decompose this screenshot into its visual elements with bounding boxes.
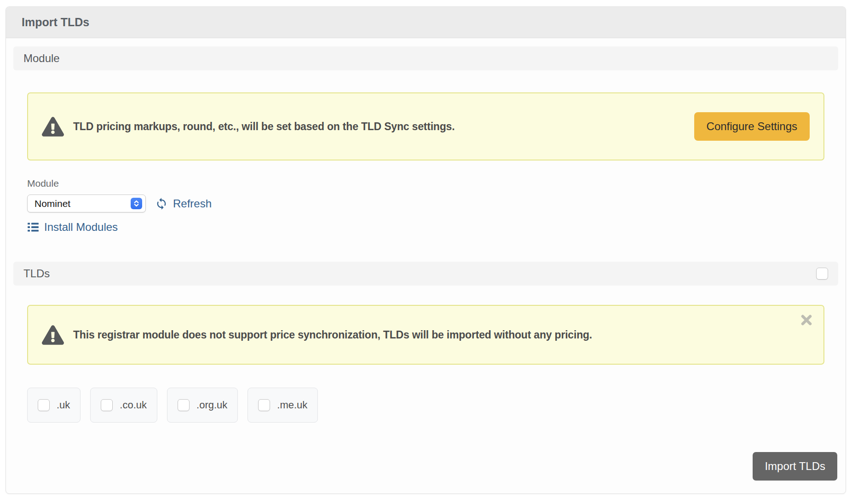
- tld-label: .me.uk: [277, 399, 307, 411]
- module-select-row: Nominet Refresh: [27, 195, 824, 212]
- warning-triangle-icon: [42, 117, 64, 137]
- tld-checkbox-org-uk[interactable]: [178, 399, 190, 411]
- import-tlds-panel: Import TLDs Module TLD pricing markups, …: [6, 6, 846, 494]
- module-section-header: Module: [13, 46, 838, 70]
- select-stepper-icon: [131, 198, 142, 209]
- panel-header: Import TLDs: [6, 7, 846, 38]
- module-section-title: Module: [23, 52, 60, 65]
- tld-checkbox-co-uk[interactable]: [101, 399, 113, 411]
- tld-tile-uk[interactable]: .uk: [27, 388, 81, 423]
- tld-sync-warning-text: TLD pricing markups, round, etc., will b…: [73, 120, 455, 133]
- install-modules-label: Install Modules: [44, 221, 118, 234]
- install-modules-row: Install Modules: [27, 221, 824, 235]
- tld-tile-org-uk[interactable]: .org.uk: [167, 388, 238, 423]
- refresh-link[interactable]: Refresh: [155, 197, 212, 210]
- warning-triangle-icon: [42, 325, 64, 345]
- page-title: Import TLDs: [22, 16, 89, 29]
- panel-body: Module TLD pricing markups, round, etc.,…: [6, 38, 846, 493]
- no-price-sync-alert: This registrar module does not support p…: [27, 305, 824, 365]
- tld-checkbox-row: .uk .co.uk .org.uk .me.uk: [27, 388, 824, 423]
- close-icon: [800, 313, 813, 327]
- tld-label: .co.uk: [120, 399, 147, 411]
- refresh-label: Refresh: [173, 197, 212, 210]
- configure-settings-button[interactable]: Configure Settings: [694, 112, 810, 141]
- tld-label: .org.uk: [196, 399, 227, 411]
- select-all-tlds-checkbox[interactable]: [816, 268, 828, 280]
- tlds-section-content: This registrar module does not support p…: [13, 305, 838, 423]
- tlds-section-title: TLDs: [23, 267, 50, 280]
- refresh-icon: [155, 197, 168, 210]
- module-field-label: Module: [27, 178, 824, 189]
- tlds-section-header: TLDs: [13, 262, 838, 286]
- no-price-sync-text: This registrar module does not support p…: [73, 329, 592, 341]
- tld-tile-co-uk[interactable]: .co.uk: [90, 388, 157, 423]
- tld-sync-warning-alert: TLD pricing markups, round, etc., will b…: [27, 92, 824, 160]
- import-tlds-button[interactable]: Import TLDs: [753, 452, 837, 481]
- tld-label: .uk: [57, 399, 70, 411]
- module-select-value: Nominet: [35, 198, 70, 209]
- tld-tile-me-uk[interactable]: .me.uk: [248, 388, 318, 423]
- module-section-content: TLD pricing markups, round, etc., will b…: [13, 92, 838, 235]
- tld-checkbox-me-uk[interactable]: [258, 399, 270, 411]
- tld-checkbox-uk[interactable]: [38, 399, 50, 411]
- alert-close-button[interactable]: [800, 313, 813, 327]
- list-icon: [27, 221, 39, 233]
- module-select[interactable]: Nominet: [27, 195, 146, 212]
- install-modules-link[interactable]: Install Modules: [27, 221, 118, 234]
